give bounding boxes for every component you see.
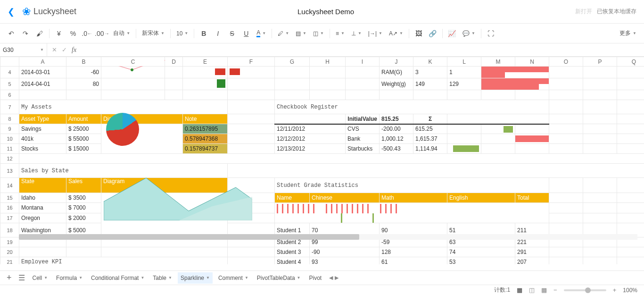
spreadsheet-grid[interactable]: ABCDEFGHIJKLMNOPQ 42014-03-01-60RAM(G)31…: [0, 57, 644, 264]
column-headers[interactable]: ABCDEFGHIJKLMNOPQ: [0, 57, 644, 67]
font-color-dropdown[interactable]: A▼: [254, 27, 269, 40]
table-row: 21Employee KPIStudent 4936153207: [0, 257, 644, 265]
redo-button[interactable]: ↷: [19, 27, 32, 40]
table-row: 15Idaho$ 3500NameChineseMathEnglishTotal: [0, 193, 644, 203]
app-header: ❮ ❀ Luckysheet Luckysheet Demo 新打开 已恢复本地…: [0, 0, 644, 24]
table-row: 6: [0, 90, 644, 100]
sheet-tab-formula[interactable]: Formula▼: [53, 272, 85, 284]
bold-button[interactable]: B: [197, 27, 210, 40]
back-button[interactable]: ❮: [8, 7, 15, 17]
zoom-in-button[interactable]: +: [613, 287, 617, 294]
number-format-dropdown[interactable]: 自动▼: [110, 27, 133, 40]
table-row: 8Asset TypeAmountDiagramNoteInitialValue…: [0, 114, 644, 124]
table-row: 10401k$ 550000.57894736812/12/2012Bank1,…: [0, 134, 644, 144]
sheet-tab-cell[interactable]: Cell▼: [30, 272, 51, 284]
image-button[interactable]: 🖼: [412, 27, 425, 40]
sheet-tab-sparkline[interactable]: Sparkline▼: [178, 272, 213, 284]
table-row: 11Stocks$ 150000.15789473712/13/2012Star…: [0, 144, 644, 154]
svg-point-0: [131, 68, 133, 71]
table-row: 7My AssetsCheckbook Register: [0, 100, 644, 114]
sheet-tab-conditional-format[interactable]: Conditional Format▼: [88, 272, 147, 284]
count-label: 计数:1: [494, 286, 510, 294]
decrease-decimal-button[interactable]: .0←: [81, 27, 94, 40]
table-row: 12: [0, 154, 644, 164]
strikethrough-button[interactable]: S: [225, 27, 239, 40]
percent-button[interactable]: %: [66, 27, 80, 40]
link-button[interactable]: 🔗: [426, 27, 439, 40]
status-bar: 计数:1 ▦ ◫ ▩ − + 100%: [0, 285, 644, 295]
table-row: 13Sales by State: [0, 164, 644, 178]
zoom-thumb[interactable]: [585, 287, 591, 293]
merge-dropdown[interactable]: ◫▼: [310, 27, 327, 40]
format-painter-button[interactable]: 🖌: [33, 27, 46, 40]
sheet-tab-comment[interactable]: Comment▼: [215, 272, 251, 284]
add-sheet-button[interactable]: +: [5, 273, 14, 283]
cell-reference: G30: [3, 47, 14, 53]
toolbar: ↶ ↷ 🖌 ¥ % .0← .00→ 自动▼ 新宋体▼ 10▼ B I S U …: [0, 24, 644, 43]
increase-decimal-button[interactable]: .00→: [95, 27, 109, 40]
view-page-icon[interactable]: ◫: [529, 287, 535, 294]
horizontal-scrollbar[interactable]: [19, 234, 637, 240]
view-break-icon[interactable]: ▩: [541, 287, 547, 294]
logo-text: Luckysheet: [33, 7, 76, 17]
zoom-out-button[interactable]: −: [553, 287, 557, 294]
text-wrap-dropdown[interactable]: |→|▼: [365, 27, 385, 40]
more-dropdown[interactable]: 更多▼: [617, 27, 639, 40]
chart-button[interactable]: 📈: [446, 27, 459, 40]
sheet-nav[interactable]: ◀▶: [329, 275, 339, 281]
logo-icon: ❀: [22, 6, 31, 18]
undo-button[interactable]: ↶: [5, 27, 18, 40]
vertical-align-dropdown[interactable]: ⊥▼: [348, 27, 364, 40]
pie-chart: [106, 113, 139, 146]
border-dropdown[interactable]: ▤▼: [293, 27, 309, 40]
sheet-tab-bar: + ☰ Cell▼ Formula▼ Conditional Format▼ T…: [0, 270, 644, 285]
chevron-down-icon: ▼: [40, 48, 44, 52]
underline-button[interactable]: U: [239, 27, 253, 40]
zoom-slider[interactable]: [564, 289, 606, 291]
formula-input[interactable]: [81, 43, 644, 56]
fx-label[interactable]: fx: [72, 46, 76, 54]
horizontal-align-dropdown[interactable]: ≡▼: [333, 27, 347, 40]
formula-bar: G30 ▼ ✕ ✓ fx: [0, 43, 644, 57]
font-size-dropdown[interactable]: 10▼: [173, 27, 191, 40]
save-status: 已恢复本地缓存: [597, 8, 636, 16]
table-row: 20Student 3-9012874291: [0, 247, 644, 257]
zoom-level[interactable]: 100%: [623, 287, 637, 294]
text-rotate-dropdown[interactable]: A↗▼: [386, 27, 406, 40]
currency-button[interactable]: ¥: [52, 27, 66, 40]
table-row: 16Montana$ 7000: [0, 203, 644, 213]
table-row: 14StateSalesDiagramStudent Grade Statist…: [0, 178, 644, 193]
sheet-tab-pivottabledata[interactable]: PivotTableData▼: [254, 272, 304, 284]
comment-dropdown[interactable]: 💬▼: [460, 27, 478, 40]
fill-color-dropdown[interactable]: 🖊▼: [275, 27, 292, 40]
sheet-tab-table[interactable]: Table▼: [150, 272, 175, 284]
italic-button[interactable]: I: [211, 27, 224, 40]
table-row: 42014-03-01-60RAM(G)31: [0, 67, 644, 78]
accept-formula-icon[interactable]: ✓: [62, 46, 67, 53]
sheet-menu-button[interactable]: ☰: [17, 273, 27, 282]
cube-button[interactable]: ⛶: [484, 27, 497, 40]
name-box[interactable]: G30 ▼: [0, 43, 47, 56]
logo[interactable]: ❀ Luckysheet: [22, 6, 76, 18]
document-title[interactable]: Luckysheet Demo: [76, 8, 575, 16]
scrollbar-thumb[interactable]: [19, 234, 359, 240]
area-chart: [104, 173, 252, 220]
table-row: 9Savings$ 250000.26315789512/11/2012CVS-…: [0, 124, 644, 134]
sheet-prev-icon[interactable]: ◀: [329, 275, 333, 281]
sheet-next-icon[interactable]: ▶: [335, 275, 339, 281]
view-normal-icon[interactable]: ▦: [517, 287, 522, 294]
sheet-tab-pivot[interactable]: Pivot: [306, 272, 325, 284]
table-row: 52014-04-0180Weight(g)149129: [0, 78, 644, 90]
new-open-label[interactable]: 新打开: [575, 8, 592, 16]
font-family-dropdown[interactable]: 新宋体▼: [139, 27, 167, 40]
cancel-formula-icon[interactable]: ✕: [52, 46, 57, 53]
